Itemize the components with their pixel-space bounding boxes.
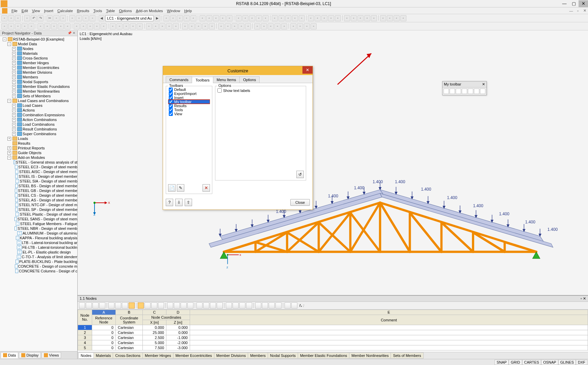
ft-btn-3-icon[interactable] bbox=[456, 89, 461, 94]
toolbar-checkbox[interactable] bbox=[169, 92, 173, 96]
table-tb-btn-icon[interactable] bbox=[115, 302, 121, 309]
nav-tab-views[interactable]: Views bbox=[42, 352, 61, 358]
toolbar-btn-icon[interactable]: ▫ bbox=[190, 15, 196, 21]
rename-toolbar-button[interactable]: ✎ bbox=[177, 184, 184, 192]
tree-md-6[interactable]: +Members bbox=[0, 75, 77, 79]
tree-model-data[interactable]: −Model Data bbox=[0, 42, 77, 46]
tree-addon-16[interactable]: KAPPA - Flexural buckling analysis bbox=[0, 236, 77, 240]
table-row[interactable]: 10Cartesian0.0000.000 bbox=[78, 325, 588, 330]
toolbar-btn-icon[interactable]: ▫ bbox=[232, 23, 238, 29]
ft-btn-1-icon[interactable] bbox=[444, 89, 449, 94]
toolbar-btn-icon[interactable]: ▫ bbox=[263, 15, 269, 21]
tree-addon-10[interactable]: STEEL SP - Design of steel membe bbox=[0, 207, 77, 212]
table-row[interactable]: 50Cartesian7.500-3.000 bbox=[78, 345, 588, 350]
tb-next-lc-icon[interactable]: ▶ bbox=[154, 15, 160, 21]
toolbar-btn-icon[interactable]: ▫ bbox=[272, 15, 278, 21]
tree-addon-3[interactable]: STEEL IS - Design of steel member bbox=[0, 174, 77, 179]
status-snap[interactable]: SNAP bbox=[495, 360, 509, 365]
tb-view-icon[interactable]: ▫ bbox=[76, 15, 82, 21]
toolbar-btn-icon[interactable]: ▫ bbox=[344, 15, 350, 21]
table-tb-btn-icon[interactable] bbox=[203, 302, 209, 309]
close-dialog-button[interactable]: Close bbox=[290, 199, 310, 206]
toolbar-checkbox[interactable] bbox=[169, 100, 173, 104]
viewport[interactable]: LC1 : Eigengewicht und Ausbau Loads [kN/… bbox=[78, 30, 588, 295]
table-tb-btn-icon[interactable] bbox=[275, 302, 282, 309]
table-tab-member-divisions[interactable]: Member Divisions bbox=[214, 352, 248, 359]
toolbar-btn-icon[interactable]: ▫ bbox=[254, 23, 260, 29]
toolbar-btn-icon[interactable]: ▫ bbox=[315, 15, 321, 21]
table-tb-btn-icon[interactable] bbox=[262, 302, 268, 309]
toolbar-btn-icon[interactable]: ▫ bbox=[268, 23, 274, 29]
table-tb-btn-icon[interactable] bbox=[144, 302, 151, 309]
table-tab-sets-of-members[interactable]: Sets of Members bbox=[391, 352, 423, 359]
toolbar-btn-icon[interactable]: ▫ bbox=[226, 15, 233, 21]
tree-addon-21[interactable]: PLATE-BUCKLING - Plate buckling bbox=[0, 259, 77, 264]
toolbar-checkbox[interactable] bbox=[169, 108, 173, 112]
menu-tools[interactable]: Tools bbox=[91, 8, 104, 14]
mdi-minimize-button[interactable]: — bbox=[568, 8, 574, 14]
table-tb-btn-icon[interactable] bbox=[122, 302, 128, 309]
tree-md-9[interactable]: +Member Nonlinearities bbox=[0, 89, 77, 94]
tb-print-icon[interactable]: ▫ bbox=[24, 15, 30, 21]
toolbar-btn-icon[interactable]: ▫ bbox=[189, 23, 195, 29]
toolbar-btn-icon[interactable]: ▫ bbox=[116, 23, 123, 29]
table-close-icon[interactable]: ▫ ✕ bbox=[581, 296, 586, 301]
import-button[interactable]: ⇩ bbox=[175, 199, 183, 206]
toolbar-btn-icon[interactable]: ▫ bbox=[94, 23, 100, 29]
table-tb-btn-icon[interactable] bbox=[239, 302, 245, 309]
table-tb-btn-icon[interactable] bbox=[138, 302, 144, 309]
toolbar-btn-icon[interactable]: ▫ bbox=[242, 15, 248, 21]
tree-md-1[interactable]: +Materials bbox=[0, 51, 77, 56]
toolbar-checkbox[interactable] bbox=[169, 104, 173, 108]
toolbar-btn-icon[interactable]: ▫ bbox=[400, 15, 406, 21]
toolbar-checkbox[interactable] bbox=[169, 112, 173, 116]
tree-lcc-1[interactable]: +Actions bbox=[0, 108, 77, 113]
tb-open-icon[interactable]: ▫ bbox=[8, 15, 14, 21]
toolbar-btn-icon[interactable]: ▫ bbox=[261, 23, 267, 29]
tree-addon-2[interactable]: STEEL AISC - Design of steel mem bbox=[0, 169, 77, 174]
toolbar-btn-icon[interactable]: ▫ bbox=[299, 15, 305, 21]
toolbar-btn-icon[interactable]: ▫ bbox=[177, 15, 183, 21]
delete-toolbar-button[interactable]: ✕ bbox=[203, 184, 210, 192]
menu-help[interactable]: Help bbox=[182, 8, 194, 14]
table-tb-btn-icon[interactable] bbox=[167, 302, 173, 309]
mdi-close-button[interactable]: ✕ bbox=[581, 8, 588, 14]
tree-addons[interactable]: −Add-on Modules bbox=[0, 155, 77, 160]
tb-new-icon[interactable]: ▫ bbox=[1, 15, 7, 21]
toolbar-btn-icon[interactable]: ▫ bbox=[335, 15, 341, 21]
tb-paste-icon[interactable]: ▫ bbox=[60, 15, 66, 21]
table-tb-btn-icon[interactable] bbox=[151, 302, 157, 309]
tb-cut-icon[interactable]: ✂ bbox=[47, 15, 53, 21]
toolbar-checkbox[interactable] bbox=[169, 96, 173, 100]
tree-lcc-4[interactable]: +Load Combinations bbox=[0, 122, 77, 127]
dialog-title[interactable]: Customize ✕ bbox=[163, 66, 313, 75]
dialog-tab-options[interactable]: Options bbox=[239, 76, 260, 83]
table-tb-btn-icon[interactable] bbox=[291, 302, 297, 309]
table-tb-btn-icon[interactable] bbox=[187, 302, 193, 309]
tree-loads[interactable]: +Loads bbox=[0, 136, 77, 141]
menu-results[interactable]: Results bbox=[75, 8, 91, 14]
table-tb-btn-icon[interactable] bbox=[233, 302, 239, 309]
toolbar-btn-icon[interactable]: ▫ bbox=[163, 15, 169, 21]
toolbar-btn-icon[interactable]: ▫ bbox=[236, 15, 242, 21]
table-tab-member-nonlinearities[interactable]: Member Nonlinearities bbox=[349, 352, 391, 359]
toolbar-btn-icon[interactable]: ▫ bbox=[146, 23, 152, 29]
toolbar-btn-icon[interactable]: ▫ bbox=[278, 15, 285, 21]
ft-btn-5-icon[interactable] bbox=[468, 89, 473, 94]
table-tab-member-elastic-foundations[interactable]: Member Elastic Foundations bbox=[298, 352, 349, 359]
table-tb-btn-icon[interactable] bbox=[196, 302, 203, 309]
toolbar-btn-icon[interactable]: ▫ bbox=[380, 15, 386, 21]
toolbar-btn-icon[interactable]: ▫ bbox=[1, 23, 7, 29]
tree-guide[interactable]: +Guide Objects bbox=[0, 150, 77, 155]
new-toolbar-button[interactable]: 📄 bbox=[168, 184, 176, 192]
help-button[interactable]: ? bbox=[166, 199, 173, 206]
toolbar-item-my-toolbar[interactable]: My toolbar bbox=[168, 100, 210, 104]
toolbar-btn-icon[interactable]: ▫ bbox=[173, 23, 179, 29]
toolbar-btn-icon[interactable]: ▫ bbox=[110, 23, 116, 29]
close-icon[interactable]: ✕ bbox=[482, 82, 485, 87]
tree-printout[interactable]: +Printout Reports bbox=[0, 146, 77, 150]
tree-lcc-6[interactable]: +Super Combinations bbox=[0, 131, 77, 136]
navigator-tree[interactable]: −RSTAB-Beispiel-03 [Examples]−Model Data… bbox=[0, 36, 77, 351]
toolbar-btn-icon[interactable]: ▫ bbox=[281, 23, 287, 29]
pin-icon[interactable]: 📌 ✕ bbox=[68, 31, 75, 35]
